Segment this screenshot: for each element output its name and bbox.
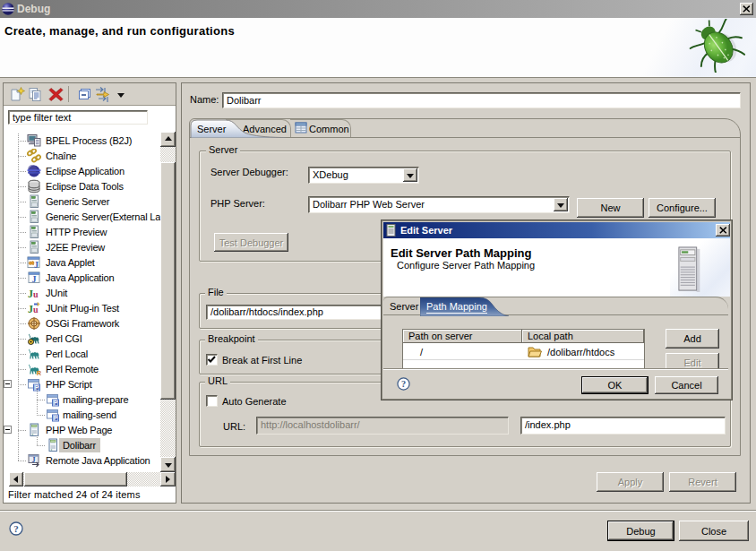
svg-text:J: J (32, 274, 37, 284)
svg-text:P: P (54, 415, 58, 421)
svg-text:R: R (37, 370, 41, 376)
svg-text:J: J (34, 260, 39, 270)
svg-text:u: u (33, 289, 39, 299)
svg-text:?: ? (401, 379, 406, 389)
svg-text:P: P (54, 400, 58, 406)
svg-text:J: J (32, 456, 36, 464)
svg-text:?: ? (13, 523, 19, 534)
